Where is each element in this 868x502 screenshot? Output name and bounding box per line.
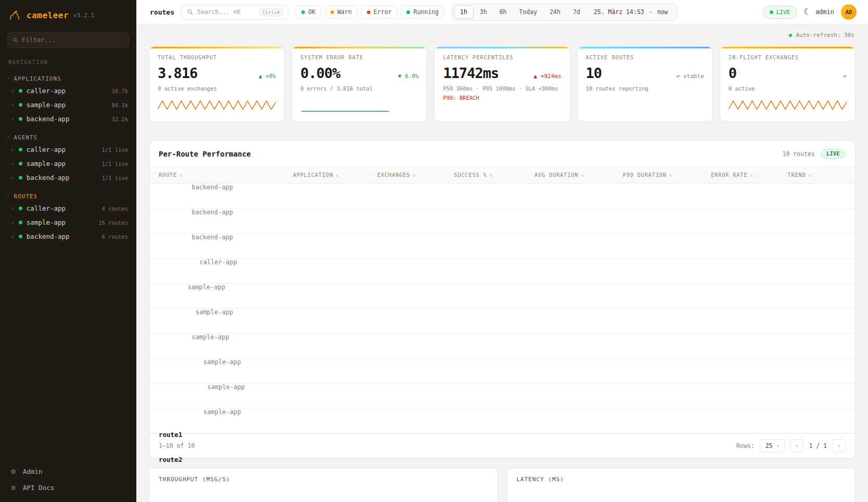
footer-item-label: API Docs [23,484,54,492]
sidebar-section-header[interactable]: ▾ ROUTES [0,191,136,201]
status-dot-icon [19,89,22,93]
sidebar-footer-item[interactable]: ≡ API Docs [9,483,127,492]
sidebar-section: ▾ APPLICATIONS › caller-app 10.7k › [0,73,136,126]
live-dot-icon [770,10,773,14]
column-header[interactable]: EXCHANGES ⇅ [368,167,444,183]
column-header[interactable]: ROUTE ⇅ [149,167,284,183]
chevron-right-icon: › [10,160,15,167]
table-row[interactable]: timer-heartbeat sample-app 716 100.0% 50… [149,408,855,433]
date-to[interactable]: now [657,8,668,16]
sidebar-item[interactable]: › backend-app 32.2k [0,112,136,126]
kpi-subtext: 0 active [729,85,847,93]
status-filter-chip[interactable]: OK [296,5,321,19]
sidebar-item[interactable]: › sample-app 16 routes [0,215,136,229]
app-version: v3.2.1 [73,12,94,19]
refresh-dot-icon [789,34,792,37]
table-row[interactable]: route1 backend-app 448 100.0% 253ms 497m… [149,184,855,209]
chart-panel: LATENCY (MS) [507,468,856,502]
kpi-delta: ⇌ stable [676,73,704,80]
search-shortcut-kbd: Ctrl+K [259,8,283,16]
column-header[interactable]: P99 DURATION ⇅ [614,167,702,183]
sidebar-item-badge: 6 routes [101,234,128,240]
sidebar-filter-input[interactable] [22,36,124,44]
sidebar-item[interactable]: › sample-app 1/1 live [0,157,136,171]
time-range-button[interactable]: 1h [454,5,474,19]
table-row[interactable]: data-gen-files sample-app 256 100.0% 1ms… [149,284,855,308]
sidebar-item[interactable]: › backend-app 1/1 live [0,171,136,185]
sidebar-section-header[interactable]: ▾ AGENTS [0,132,136,143]
status-dot-icon [19,176,22,179]
time-range-button[interactable]: 7d [567,5,586,19]
cell-route: route1 [149,431,182,439]
table-row[interactable]: file-processing sample-app 256 100.0% 50… [149,383,855,408]
status-dot-icon [19,103,22,107]
sidebar-item-badge: 16 routes [98,220,128,226]
avatar[interactable]: AD [841,4,857,20]
sidebar-item[interactable]: › caller-app 4 routes [0,201,136,215]
time-range-button[interactable]: Today [513,5,544,19]
sparkline-flat-icon [300,95,418,115]
column-label: P99 DURATION [623,172,667,178]
sidebar-item[interactable]: › sample-app 84.1k [0,98,136,112]
per-route-performance-panel: Per-Route Performance 10 routes LIVE ROU… [149,140,856,458]
table-row[interactable]: error-handling-test sample-app 239 100.0… [149,358,855,383]
kpi-label: LATENCY PERCENTILES [443,55,561,60]
column-header[interactable]: APPLICATION ⇅ [284,167,368,183]
table-row[interactable]: product-caller caller-app 448 100.0% 768… [149,259,855,284]
status-filter-chip[interactable]: Error [361,5,398,19]
auto-refresh: Auto-refresh: 30s [149,28,856,46]
sidebar-footer-item[interactable]: ⚙ Admin [9,467,127,475]
kpi-subtext: 0 active exchanges [158,85,276,93]
section-label: ROUTES [14,193,38,199]
column-header[interactable]: ERROR RATE ⇅ [701,167,778,183]
column-label: TREND [788,172,806,178]
footer-item-label: Admin [23,468,43,475]
prev-page-button[interactable]: ‹ [790,439,803,453]
sidebar-item-badge: 10.7k [111,88,128,94]
sidebar-item-label: caller-app [27,146,98,153]
time-range-button[interactable]: 6h [493,5,513,19]
api-docs-icon: ≡ [9,483,17,492]
chart-body [507,491,856,502]
sidebar-item[interactable]: › caller-app 10.7k [0,84,136,98]
search-input[interactable] [197,8,256,16]
sidebar-filter[interactable] [7,32,129,48]
chevron-right-icon: › [10,101,15,108]
sidebar-item[interactable]: › caller-app 1/1 live [0,143,136,157]
kpi-delta: ▼ 0.0% [398,73,419,80]
chevron-right-icon: › [10,174,15,181]
time-range-button[interactable]: 24h [543,5,567,19]
status-filter-chip[interactable]: Running [401,5,444,19]
column-label: APPLICATION [293,172,333,178]
sidebar-item-label: caller-app [27,204,98,212]
table-row[interactable]: route3 backend-app 448 100.0% 253ms 498m… [149,234,855,259]
table-row[interactable]: route2 backend-app 448 100.0% 257ms 500m… [149,209,855,234]
kpi-card: TOTAL THROUGHPUT 3.816 ▲ +0% 0 active ex… [149,46,285,122]
column-header[interactable]: AVG DURATION ⇅ [525,167,614,183]
time-range-button[interactable]: 3h [474,5,493,19]
table-row[interactable]: data-gen-orders sample-app 358 100.0% 14… [149,333,855,358]
kpi-value: 10 [586,65,602,81]
column-header[interactable]: TREND ⇅ [778,167,855,183]
date-from[interactable]: 25. März 14:53 [594,8,644,16]
status-filter-chip[interactable]: Warn [325,5,358,19]
date-separator: — [649,8,653,16]
sidebar-item[interactable]: › backend-app 6 routes [0,229,136,243]
global-search[interactable]: Ctrl+K [182,5,288,20]
page-title: routes [150,8,174,16]
table-row[interactable]: data-gen-nested-split sample-app 199 100… [149,308,855,333]
topbar: routes Ctrl+K OK Warn [136,0,868,24]
rows-per-page-select[interactable]: 25 ▾ [760,439,785,453]
chevron-down-icon: ▾ [777,444,780,448]
next-page-button[interactable]: › [832,439,846,453]
sidebar-section-header[interactable]: ▾ APPLICATIONS [0,73,136,84]
live-indicator[interactable]: LIVE [763,6,797,19]
kpi-accent-bar [292,47,427,48]
column-label: ROUTE [159,172,177,178]
pagination-range: 1–10 of 10 [159,442,195,449]
page-indicator: 1 / 1 [809,442,827,449]
sidebar-nav: ▾ APPLICATIONS › caller-app 10.7k › [0,67,136,243]
dark-mode-toggle[interactable]: ☾ [803,8,809,16]
column-header[interactable]: SUCCESS % ⇅ [444,167,525,183]
status-dot-icon [19,162,22,165]
